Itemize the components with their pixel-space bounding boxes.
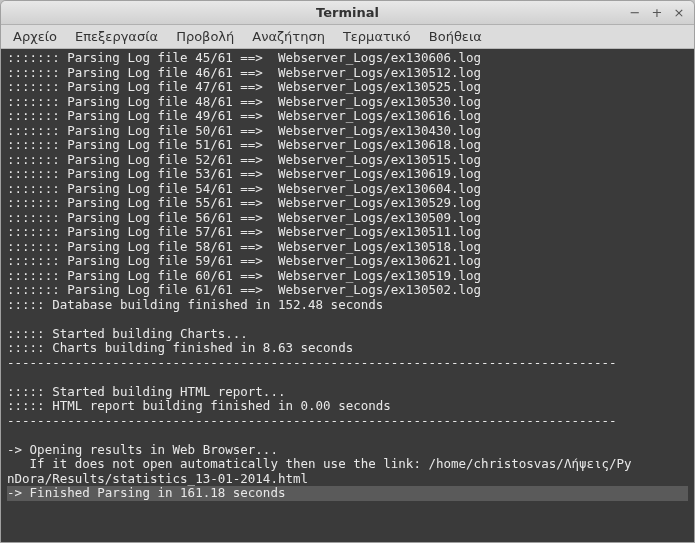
menu-help[interactable]: Βοήθεια	[421, 27, 490, 46]
terminal-line: ::::::: Parsing Log file 47/61 ==> Webse…	[7, 80, 688, 95]
menu-terminal[interactable]: Τερματικό	[335, 27, 419, 46]
terminal-line: ::::::: Parsing Log file 55/61 ==> Webse…	[7, 196, 688, 211]
terminal-line: ::::::: Parsing Log file 49/61 ==> Webse…	[7, 109, 688, 124]
terminal-line: ::::::: Parsing Log file 59/61 ==> Webse…	[7, 254, 688, 269]
terminal-line: ::::::: Parsing Log file 61/61 ==> Webse…	[7, 283, 688, 298]
terminal-line: ::::::: Parsing Log file 57/61 ==> Webse…	[7, 225, 688, 240]
terminal-line: If it does not open automatically then u…	[7, 457, 688, 472]
terminal-line	[7, 312, 688, 327]
terminal-line: ::::::: Parsing Log file 52/61 ==> Webse…	[7, 153, 688, 168]
minimize-button[interactable]: −	[628, 6, 642, 20]
terminal-line: ::::::: Parsing Log file 53/61 ==> Webse…	[7, 167, 688, 182]
terminal-line: nDora/Results/statistics_13-01-2014.html	[7, 472, 688, 487]
terminal-line: ::::: HTML report building finished in 0…	[7, 399, 688, 414]
terminal-line: -> Opening results in Web Browser...	[7, 443, 688, 458]
close-button[interactable]: ×	[672, 6, 686, 20]
terminal-output[interactable]: ::::::: Parsing Log file 45/61 ==> Webse…	[1, 49, 694, 542]
window-controls: − + ×	[628, 6, 686, 20]
terminal-line: ::::::: Parsing Log file 48/61 ==> Webse…	[7, 95, 688, 110]
terminal-line: ::::::: Parsing Log file 54/61 ==> Webse…	[7, 182, 688, 197]
terminal-line: ::::: Charts building finished in 8.63 s…	[7, 341, 688, 356]
terminal-line	[7, 370, 688, 385]
terminal-line	[7, 428, 688, 443]
menu-file[interactable]: Αρχείο	[5, 27, 65, 46]
menu-view[interactable]: Προβολή	[168, 27, 242, 46]
terminal-line: ::::::: Parsing Log file 50/61 ==> Webse…	[7, 124, 688, 139]
terminal-line: ::::::: Parsing Log file 46/61 ==> Webse…	[7, 66, 688, 81]
terminal-line: ::::: Started building HTML report...	[7, 385, 688, 400]
terminal-line: ::::: Started building Charts...	[7, 327, 688, 342]
window-title: Terminal	[7, 5, 688, 20]
terminal-line: ----------------------------------------…	[7, 356, 688, 371]
menu-search[interactable]: Αναζήτηση	[244, 27, 333, 46]
terminal-line: ----------------------------------------…	[7, 414, 688, 429]
terminal-line: ::::::: Parsing Log file 60/61 ==> Webse…	[7, 269, 688, 284]
terminal-line: ::::: Database building finished in 152.…	[7, 298, 688, 313]
titlebar[interactable]: Terminal − + ×	[1, 1, 694, 25]
terminal-line: ::::::: Parsing Log file 45/61 ==> Webse…	[7, 51, 688, 66]
menubar: Αρχείο Επεξεργασία Προβολή Αναζήτηση Τερ…	[1, 25, 694, 49]
maximize-button[interactable]: +	[650, 6, 664, 20]
terminal-line: ::::::: Parsing Log file 56/61 ==> Webse…	[7, 211, 688, 226]
terminal-window: Terminal − + × Αρχείο Επεξεργασία Προβολ…	[0, 0, 695, 543]
terminal-line: ::::::: Parsing Log file 51/61 ==> Webse…	[7, 138, 688, 153]
menu-edit[interactable]: Επεξεργασία	[67, 27, 166, 46]
terminal-line: ::::::: Parsing Log file 58/61 ==> Webse…	[7, 240, 688, 255]
terminal-cursor-line: -> Finished Parsing in 161.18 seconds	[7, 486, 688, 501]
